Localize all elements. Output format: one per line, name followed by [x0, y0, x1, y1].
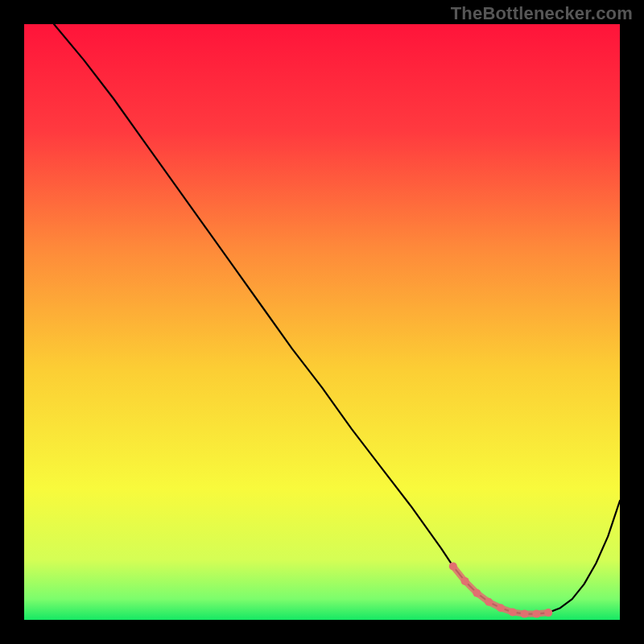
optimal-zone-dot	[473, 589, 481, 597]
optimal-zone-dot	[509, 608, 517, 616]
gradient-panel	[24, 24, 620, 620]
optimal-zone-dot	[532, 610, 540, 618]
optimal-zone-dot	[485, 598, 493, 606]
optimal-zone-dot	[449, 562, 457, 570]
optimal-zone-dot	[461, 577, 469, 585]
optimal-zone-dot	[521, 610, 529, 618]
optimal-zone-dot	[497, 604, 505, 612]
watermark-label: TheBottlenecker.com	[451, 3, 633, 24]
optimal-zone-dot	[544, 609, 552, 617]
bottleneck-chart	[24, 24, 620, 620]
chart-container: TheBottlenecker.com	[0, 0, 644, 644]
